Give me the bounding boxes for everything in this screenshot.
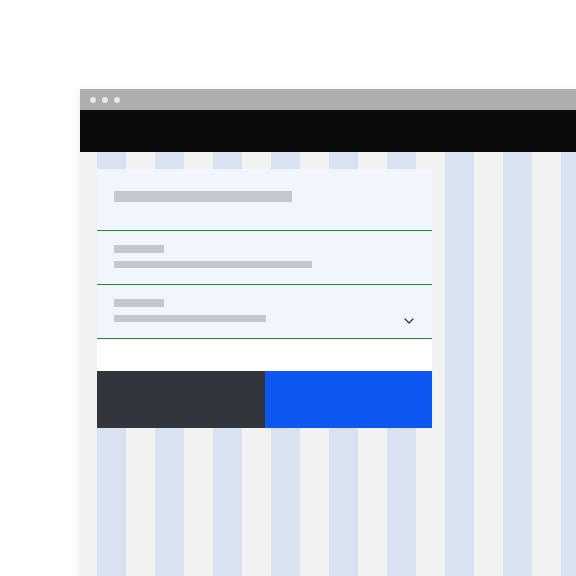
field-label — [114, 245, 164, 253]
app-header-bar — [80, 110, 576, 152]
field-value — [114, 315, 266, 322]
card-header — [97, 169, 432, 230]
primary-button[interactable] — [265, 371, 433, 428]
card-footer — [97, 371, 432, 428]
form-row[interactable] — [97, 284, 432, 339]
field-label — [114, 299, 164, 307]
chevron-down-icon[interactable] — [404, 318, 414, 324]
form-card — [97, 169, 432, 428]
card-title — [114, 191, 292, 202]
secondary-button[interactable] — [97, 371, 265, 428]
card-spacer — [97, 339, 432, 371]
window-close-icon[interactable] — [90, 97, 96, 103]
field-value — [114, 261, 312, 268]
window-titlebar — [80, 89, 576, 110]
form-row[interactable] — [97, 230, 432, 284]
page-content — [80, 152, 576, 576]
browser-window — [80, 89, 576, 576]
window-minimize-icon[interactable] — [102, 97, 108, 103]
window-maximize-icon[interactable] — [114, 97, 120, 103]
